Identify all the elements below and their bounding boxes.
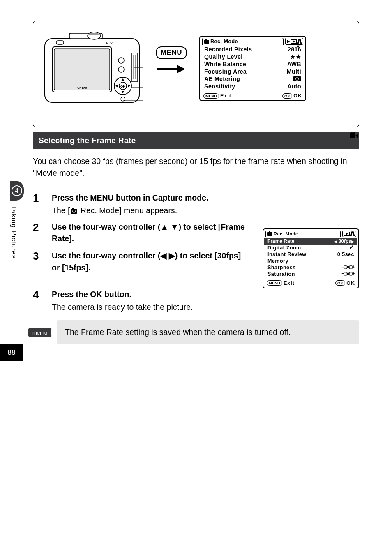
- camera-icon: [204, 40, 209, 44]
- step-desc: The camera is ready to take the picture.: [52, 302, 359, 312]
- menu-tab-rec: Rec. Mode: [265, 231, 341, 237]
- step-title: Press the MENU button in Capture mode.: [52, 192, 359, 203]
- menu-pill: MENU: [267, 280, 282, 286]
- step-desc: The [ Rec. Mode] menu appears.: [52, 206, 359, 215]
- menu-footer-ok: OK: [346, 280, 355, 286]
- menu-item-label: White Balance: [204, 61, 246, 67]
- menu-item-value: AWB: [287, 61, 301, 67]
- chapter-number: 4: [12, 185, 22, 196]
- slider-value: –▢■▢+: [342, 271, 354, 277]
- ok-pill: OK: [282, 93, 292, 99]
- menu-pill: MENU: [203, 93, 219, 99]
- camera-illustration: PENTAX OK: [41, 28, 143, 106]
- svg-point-10: [118, 67, 124, 72]
- slider-value: –▢■▢+: [342, 265, 354, 270]
- metering-icon-value: [293, 76, 301, 82]
- menu-footer-exit: Exit: [284, 280, 295, 286]
- step-title: Use the four-way controller (▲ ▼) to sel…: [52, 221, 250, 245]
- step-2: 2 Use the four-way controller (▲ ▼) to s…: [33, 221, 250, 245]
- text: The [: [52, 206, 70, 215]
- section-title: Selecting the Frame Rate: [33, 132, 359, 149]
- menu-tab-label: Rec. Mode: [274, 231, 298, 236]
- step-title: Use the four-way controller (◀ ▶) to sel…: [52, 250, 250, 273]
- svg-text:OK: OK: [120, 85, 125, 88]
- step-title: Press the OK button.: [52, 288, 359, 300]
- menu-item-label: Memory: [267, 258, 288, 264]
- memo-text: The Frame Rate setting is saved when the…: [65, 328, 291, 337]
- memo-box: memo The Frame Rate setting is saved whe…: [57, 320, 359, 344]
- svg-rect-6: [56, 41, 64, 44]
- play-icon: [344, 232, 350, 236]
- menu-button-label: MENU: [156, 46, 187, 59]
- camera-icon: [71, 209, 77, 214]
- menu-item-label: Instant Review: [267, 252, 307, 257]
- menu-tab-icons: [342, 231, 356, 237]
- menu-footer-exit: Exit: [220, 93, 231, 99]
- menu-item-label: Saturation: [267, 271, 295, 277]
- camera-icon: [267, 232, 272, 236]
- text: Use the four-way controller (: [52, 251, 160, 260]
- setup-icon: [350, 231, 355, 236]
- menu-item-label: Frame Rate: [267, 238, 294, 244]
- menu-item-label: Focusing Area: [204, 68, 247, 75]
- menu-item-value: Multi: [287, 68, 301, 75]
- step-number: 3: [33, 250, 45, 263]
- menu-item-value: 0.5sec: [337, 252, 354, 257]
- svg-point-24: [353, 132, 355, 135]
- text: Use the four-way controller (: [52, 222, 160, 231]
- up-down-arrows: ▲ ▼: [160, 222, 178, 231]
- menu-item-label: AE Metering: [204, 76, 240, 82]
- step-number: 2: [33, 221, 45, 234]
- step-number: 1: [33, 192, 45, 205]
- movie-mode-icon: [350, 132, 358, 141]
- menu-item-label: Quality Level: [204, 53, 243, 60]
- menu-tab-rec: Rec. Mode: [202, 38, 284, 45]
- chapter-badge: 4: [10, 181, 24, 201]
- chapter-label: Taking Pictures: [7, 205, 17, 259]
- text: Rec. Mode] menu appears.: [78, 206, 177, 215]
- step-1: 1 Press the MENU button in Capture mode.…: [33, 192, 359, 215]
- svg-point-9: [118, 58, 124, 63]
- menu-arrow: MENU: [156, 46, 187, 74]
- scroll-down-icon: ▼: [296, 44, 300, 49]
- lcd-menu-frame-rate: Rec. Mode Frame Rate ◀ 30fps▶ Digital Zo…: [263, 228, 359, 288]
- page-number: 88: [0, 344, 23, 361]
- memo-label: memo: [28, 328, 52, 337]
- menu-item-label: Digital Zoom: [267, 245, 301, 251]
- menu-item-value: Auto: [287, 83, 301, 90]
- intro-text: You can choose 30 fps (frames per second…: [33, 155, 359, 180]
- play-icon: [291, 39, 297, 44]
- svg-rect-2: [54, 49, 110, 90]
- left-right-arrows: ◀ ▶: [160, 251, 175, 260]
- menu-item-label: Recorded Pixels: [204, 46, 252, 53]
- step-4: 4 Press the OK button. The camera is rea…: [33, 288, 359, 312]
- check-value: [349, 245, 354, 251]
- svg-point-23: [350, 132, 353, 135]
- menu-footer-ok: OK: [293, 93, 302, 99]
- menu-tab-label: Rec. Mode: [210, 39, 238, 44]
- menu-item-value: ★★: [290, 53, 301, 60]
- menu-item-value: ◀ 30fps▶: [334, 238, 354, 244]
- ok-pill: OK: [335, 280, 345, 286]
- step-3: 3 Use the four-way controller (◀ ▶) to s…: [33, 250, 250, 273]
- menu-highlight-row: Frame Rate ◀ 30fps▶: [264, 238, 357, 245]
- step-number: 4: [33, 288, 45, 301]
- menu-item-label: Sharpness: [267, 265, 295, 270]
- menu-tab-icons: ▶: [285, 38, 303, 45]
- svg-text:PENTAX: PENTAX: [76, 86, 87, 89]
- menu-item-label: Sensitivity: [204, 83, 235, 90]
- setup-icon: [297, 39, 302, 44]
- illustration-panel: PENTAX OK: [33, 21, 359, 127]
- lcd-menu-rec-mode: Rec. Mode ▶ ▼ Recorded Pixels2816 Qualit…: [199, 36, 306, 101]
